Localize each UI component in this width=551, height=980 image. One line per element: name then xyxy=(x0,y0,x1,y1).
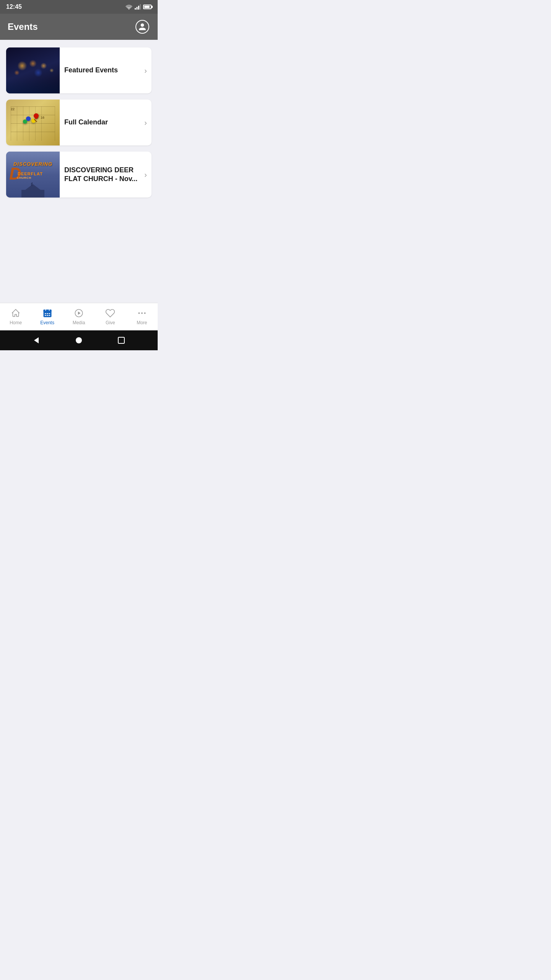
svg-rect-13 xyxy=(47,313,48,314)
full-calendar-label: Full Calendar xyxy=(64,118,141,127)
featured-events-image xyxy=(6,47,60,93)
featured-events-label: Featured Events xyxy=(64,66,141,75)
svg-marker-5 xyxy=(25,184,41,190)
church-silhouette xyxy=(6,182,60,198)
nav-home[interactable]: Home xyxy=(0,308,31,325)
svg-point-21 xyxy=(141,312,143,314)
svg-rect-14 xyxy=(49,313,50,314)
app-header: Events xyxy=(0,14,158,40)
calendar-grid-area: 22 15 16 xyxy=(11,106,55,141)
events-icon xyxy=(42,308,53,318)
svg-marker-7 xyxy=(32,182,33,184)
discovering-image: Discovering D DeerFlat CHURCH xyxy=(6,152,60,198)
system-home-button[interactable] xyxy=(75,336,83,345)
calendar-bg: 22 15 16 xyxy=(6,100,60,145)
svg-marker-19 xyxy=(78,311,81,315)
wifi-icon xyxy=(126,4,132,10)
battery-icon xyxy=(143,5,152,9)
full-calendar-content: Full Calendar › xyxy=(60,100,152,145)
discovering-card[interactable]: Discovering D DeerFlat CHURCH DISCOVERIN… xyxy=(6,152,152,198)
svg-point-20 xyxy=(138,312,140,314)
status-time: 12:45 xyxy=(6,3,22,10)
church-deerflat-text: DeerFlat xyxy=(18,172,43,176)
signal-icon xyxy=(135,4,141,10)
discovering-bg: Discovering D DeerFlat CHURCH xyxy=(6,152,60,198)
full-calendar-chevron: › xyxy=(144,118,147,127)
status-icons xyxy=(126,4,152,10)
svg-rect-4 xyxy=(21,190,44,198)
svg-rect-9 xyxy=(43,309,51,312)
discovering-content: DISCOVERING DEER FLAT CHURCH - Nov... › xyxy=(60,152,152,198)
profile-circle xyxy=(135,20,149,34)
nav-more-label: More xyxy=(137,320,147,325)
featured-events-chevron: › xyxy=(144,66,147,75)
media-icon xyxy=(73,308,84,318)
svg-point-22 xyxy=(144,312,145,314)
church-name-label: CHURCH xyxy=(17,176,31,180)
svg-rect-2 xyxy=(138,6,139,10)
svg-rect-17 xyxy=(49,315,50,315)
nav-events-label: Events xyxy=(40,320,54,325)
discovering-chevron: › xyxy=(144,170,147,179)
svg-rect-0 xyxy=(135,8,136,10)
featured-events-content: Featured Events › xyxy=(60,47,152,93)
svg-rect-15 xyxy=(45,315,46,315)
featured-events-card[interactable]: Featured Events › xyxy=(6,47,152,93)
nav-media[interactable]: Media xyxy=(63,308,95,325)
nav-more[interactable]: More xyxy=(126,308,158,325)
back-button[interactable] xyxy=(32,336,41,345)
svg-rect-12 xyxy=(45,313,46,314)
status-bar: 12:45 xyxy=(0,0,158,14)
nav-give-label: Give xyxy=(106,320,115,325)
profile-button[interactable] xyxy=(135,19,150,34)
svg-rect-16 xyxy=(47,315,48,315)
page-title: Events xyxy=(8,21,38,32)
pin-red xyxy=(34,113,39,118)
nav-home-label: Home xyxy=(10,320,22,325)
home-icon xyxy=(10,308,21,318)
bottom-nav: Home Events xyxy=(0,303,158,330)
pin-green xyxy=(23,119,27,124)
svg-marker-23 xyxy=(34,337,39,343)
featured-bg xyxy=(6,47,60,93)
full-calendar-card[interactable]: 22 15 16 Full Calendar › xyxy=(6,100,152,145)
system-nav-bar xyxy=(0,330,158,350)
nav-events[interactable]: Events xyxy=(31,308,63,325)
svg-rect-25 xyxy=(118,337,124,343)
discovering-label: DISCOVERING DEER FLAT CHURCH - Nov... xyxy=(64,166,141,184)
person-icon xyxy=(138,23,147,31)
svg-rect-3 xyxy=(140,4,141,10)
more-icon xyxy=(137,308,147,318)
content-area: Featured Events › xyxy=(0,40,158,303)
recents-button[interactable] xyxy=(117,336,126,345)
nav-give[interactable]: Give xyxy=(95,308,126,325)
nav-media-label: Media xyxy=(73,320,85,325)
give-icon xyxy=(105,308,116,318)
svg-point-24 xyxy=(76,337,82,343)
svg-rect-1 xyxy=(137,7,138,10)
full-calendar-image: 22 15 16 xyxy=(6,100,60,145)
